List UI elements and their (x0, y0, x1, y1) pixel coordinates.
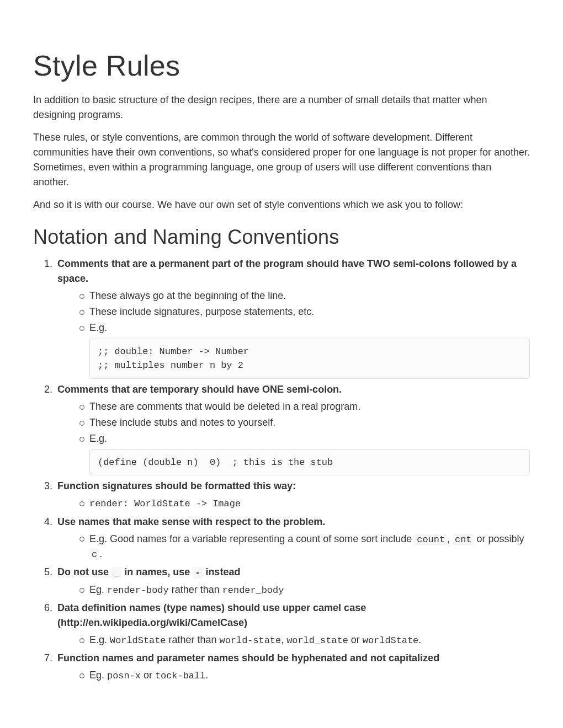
rule-6-text: E.g. (89, 634, 110, 645)
rules-list: Comments that are a permanent part of th… (33, 256, 530, 683)
code-tock-ball: tock-ball (155, 671, 205, 681)
rule-3: Function signatures should be formatted … (55, 479, 530, 511)
rule-1-sub-3-label: E.g. (89, 322, 107, 333)
rule-2: Comments that are temporary should have … (55, 382, 530, 475)
rule-5-text-2: rather than (169, 584, 222, 595)
rule-6-sub-1: E.g. WorldState rather than world-state,… (79, 633, 530, 647)
code-render-body: render-body (107, 585, 169, 596)
rule-3-subitems: render: WorldState -> Image (57, 496, 530, 511)
rule-5-text: Eg. (89, 584, 107, 595)
rule-2-code: (define (double n) 0) ; this is the stub (89, 449, 530, 475)
rule-1: Comments that are a permanent part of th… (55, 256, 530, 379)
rule-4-text: E.g. Good names for a variable represent… (89, 533, 415, 544)
rule-2-sub-3: E.g. (define (double n) 0) ; this is the… (79, 431, 530, 475)
rule-3-code: render: WorldState -> Image (89, 499, 241, 509)
intro-paragraph-2: These rules, or style conventions, are c… (33, 130, 530, 190)
rule-7-head: Function names and parameter names shoul… (57, 652, 439, 663)
rule-2-subitems: These are comments that would be deleted… (57, 399, 530, 475)
rule-1-head: Comments that are a permanent part of th… (57, 258, 517, 284)
rule-2-sub-1: These are comments that would be deleted… (79, 399, 530, 414)
rule-7-text-3: . (205, 670, 208, 681)
rule-1-sub-2: These include signatures, purpose statem… (79, 304, 530, 319)
code-worldstate-lcc: worldState (363, 635, 418, 646)
rule-6-text-2: rather than (166, 634, 220, 645)
rule-5: Do not use _ in names, use - instead Eg.… (55, 565, 530, 597)
rule-4-subitems: E.g. Good names for a variable represent… (57, 532, 530, 562)
code-render-underscore-body: render_body (222, 585, 284, 596)
code-c: c (89, 549, 99, 560)
code-world-dash-state: world-state (220, 635, 282, 646)
rule-4-text-2: , (447, 533, 453, 544)
rule-5-head-text-3: instead (203, 566, 240, 577)
rule-5-head-text-2: in names, use (121, 566, 193, 577)
intro-paragraph-1: In addition to basic structure of the de… (33, 93, 530, 122)
rule-1-code: ;; double: Number -> Number ;; multiples… (89, 339, 530, 379)
rule-1-sub-1: These always go at the beginning of the … (79, 288, 530, 303)
rule-6-text-4: or (348, 634, 363, 645)
rule-5-head: Do not use _ in names, use - instead (57, 566, 240, 577)
page-title: Style Rules (33, 44, 530, 87)
section-heading-notation: Notation and Naming Conventions (33, 222, 530, 252)
intro-paragraph-3: And so it is with our course. We have ou… (33, 197, 530, 212)
rule-1-subitems: These always go at the beginning of the … (57, 288, 530, 379)
rule-6: Data definition names (type names) shoul… (55, 601, 530, 647)
rule-4-text-3: or possibly (474, 533, 524, 544)
rule-6-text-3: , (281, 634, 286, 645)
code-worldstate: WorldState (110, 635, 166, 646)
code-underscore: _ (111, 567, 121, 579)
rule-7-subitems: Eg. posn-x or tock-ball. (57, 668, 530, 683)
rule-6-head-link[interactable]: Data definition names (type names) shoul… (57, 602, 366, 628)
rule-7-text: Eg. (89, 670, 107, 681)
code-hyphen: - (193, 567, 203, 579)
rule-4-sub-1: E.g. Good names for a variable represent… (79, 532, 530, 562)
rule-4-text-4: . (99, 548, 102, 559)
rule-5-sub-1: Eg. render-body rather than render_body (79, 582, 530, 597)
rule-2-head: Comments that are temporary should have … (57, 384, 342, 395)
rule-4-head: Use names that make sense with respect t… (57, 516, 325, 527)
rule-1-sub-3: E.g. ;; double: Number -> Number ;; mult… (79, 320, 530, 379)
rule-5-subitems: Eg. render-body rather than render_body (57, 582, 530, 597)
rule-2-sub-2: These include stubs and notes to yoursel… (79, 415, 530, 430)
code-cnt: cnt (453, 534, 474, 545)
rule-7-sub-1: Eg. posn-x or tock-ball. (79, 668, 530, 683)
rule-7: Function names and parameter names shoul… (55, 651, 530, 683)
code-world-underscore-state: world_state (286, 635, 348, 646)
rule-3-sub-1: render: WorldState -> Image (79, 496, 530, 511)
rule-7-text-2: or (141, 670, 155, 681)
code-posn-x: posn-x (107, 671, 141, 681)
document-page: Style Rules In addition to basic structu… (0, 0, 563, 709)
rule-2-sub-3-label: E.g. (89, 433, 107, 444)
code-count: count (415, 534, 447, 545)
rule-6-text-5: . (418, 634, 421, 645)
rule-3-head: Function signatures should be formatted … (57, 480, 296, 491)
rule-5-head-text: Do not use (57, 566, 111, 577)
rule-6-subitems: E.g. WorldState rather than world-state,… (57, 633, 530, 647)
rule-4: Use names that make sense with respect t… (55, 515, 530, 562)
